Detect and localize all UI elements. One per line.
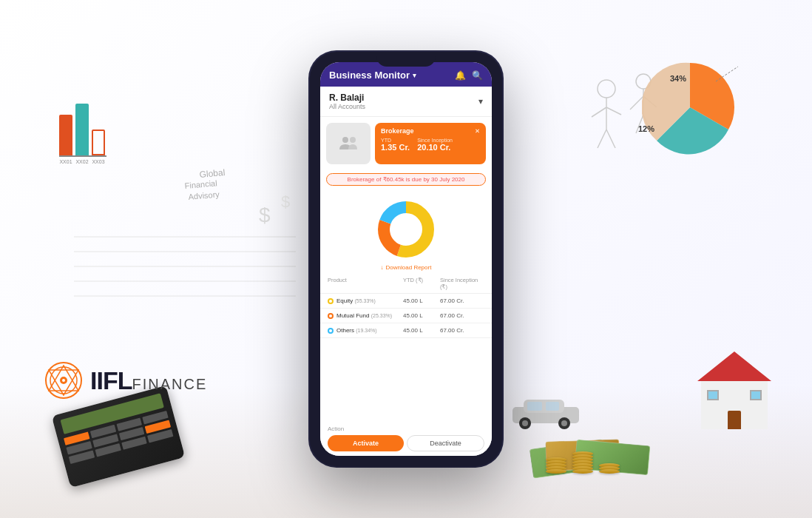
equity-ytd: 45.00 L bbox=[403, 297, 440, 304]
brokerage-card: Brokerage ✕ YTD 1.35 Cr. Since Inception… bbox=[375, 123, 486, 164]
table-header: Product YTD (₹) Since Inception (₹) bbox=[320, 274, 492, 294]
user-selector[interactable]: R. Balaji All Accounts ▾ bbox=[320, 87, 492, 117]
donut-chart-area: ↓ Download Report bbox=[320, 189, 492, 274]
user-info: R. Balaji All Accounts bbox=[329, 92, 365, 110]
svg-point-38 bbox=[342, 137, 348, 143]
brokerage-label: Brokerage bbox=[381, 127, 414, 135]
card-row: Brokerage ✕ YTD 1.35 Cr. Since Inception… bbox=[320, 117, 492, 170]
action-section: Action Activate Deactivate bbox=[320, 421, 492, 456]
phone-container: Business Monitor ▾ 🔔 🔍 R. Balaji All Acc… bbox=[310, 52, 502, 466]
iifl-logo-section: IIFL FINANCE bbox=[44, 361, 207, 400]
mf-dot bbox=[328, 313, 334, 319]
svg-point-27 bbox=[522, 420, 528, 426]
table-row: Equity (55.33%) 45.00 L 67.00 Cr. bbox=[320, 294, 492, 309]
mf-percent: (25.33%) bbox=[371, 313, 392, 318]
equity-dot bbox=[328, 298, 334, 304]
action-buttons: Activate Deactivate bbox=[328, 435, 484, 451]
others-ytd: 45.00 L bbox=[403, 327, 440, 334]
bar-xx02 bbox=[75, 104, 89, 155]
house-decoration bbox=[701, 381, 768, 459]
mf-inception: 67.00 Cr. bbox=[440, 312, 484, 319]
others-percent: (19.34%) bbox=[356, 328, 376, 333]
others-name: Others bbox=[336, 327, 354, 334]
bar-label-2: XX02 bbox=[75, 159, 89, 164]
product-mutual-fund: Mutual Fund (25.33%) bbox=[328, 312, 403, 319]
brokerage-ytd: YTD 1.35 Cr. bbox=[381, 138, 410, 152]
svg-point-43 bbox=[391, 215, 421, 244]
svg-point-37 bbox=[62, 379, 65, 382]
table-row: Others (19.34%) 45.00 L 67.00 Cr. bbox=[320, 323, 492, 338]
pie-label-34: 34% bbox=[670, 74, 686, 83]
mf-name: Mutual Fund bbox=[336, 312, 369, 319]
bar-chart-decoration: XX01 XX02 XX03 bbox=[59, 96, 106, 164]
activate-button[interactable]: Activate bbox=[328, 435, 404, 451]
phone-screen: Business Monitor ▾ 🔔 🔍 R. Balaji All Acc… bbox=[320, 62, 492, 456]
others-inception: 67.00 Cr. bbox=[440, 327, 484, 334]
notification-icon[interactable]: 🔔 bbox=[455, 70, 466, 81]
bar-label-1: XX01 bbox=[59, 159, 72, 164]
brokerage-close-icon: ✕ bbox=[475, 128, 480, 135]
iifl-brand-text: IIFL bbox=[90, 366, 132, 395]
col-inception: Since Inception (₹) bbox=[440, 277, 484, 290]
others-dot bbox=[328, 328, 334, 334]
svg-rect-31 bbox=[546, 402, 559, 411]
download-report-link[interactable]: ↓ Download Report bbox=[381, 264, 432, 271]
download-icon: ↓ bbox=[381, 264, 384, 271]
deactivate-button[interactable]: Deactivate bbox=[407, 435, 484, 451]
alert-text: Brokerage of ₹60.45k is due by 30 July 2… bbox=[326, 173, 486, 186]
people-icon bbox=[338, 133, 359, 154]
product-others: Others (19.34%) bbox=[328, 327, 403, 334]
equity-name: Equity bbox=[336, 297, 353, 304]
donut-chart bbox=[373, 196, 439, 263]
col-product: Product bbox=[328, 277, 403, 290]
coin-stacks bbox=[546, 453, 620, 474]
download-label: Download Report bbox=[386, 264, 432, 271]
product-equity: Equity (55.33%) bbox=[328, 297, 403, 304]
table-row: Mutual Fund (25.33%) 45.00 L 67.00 Cr. bbox=[320, 309, 492, 323]
bar-label-3: XX03 bbox=[92, 159, 105, 164]
svg-point-39 bbox=[350, 137, 356, 143]
app-title: Business Monitor bbox=[329, 70, 410, 81]
col-ytd: YTD (₹) bbox=[403, 277, 440, 290]
search-icon[interactable]: 🔍 bbox=[472, 70, 483, 81]
avatar-placeholder bbox=[326, 123, 371, 164]
data-table: Product YTD (₹) Since Inception (₹) Equi… bbox=[320, 274, 492, 421]
svg-rect-30 bbox=[527, 402, 542, 411]
app-title-area: Business Monitor ▾ bbox=[329, 70, 416, 81]
mf-ytd: 45.00 L bbox=[403, 312, 440, 319]
brokerage-inception: Since Inception 20.10 Cr. bbox=[417, 138, 453, 152]
svg-point-29 bbox=[561, 420, 567, 426]
user-name: R. Balaji bbox=[329, 92, 365, 103]
user-account-type: All Accounts bbox=[329, 103, 365, 110]
iifl-finance-text: FINANCE bbox=[132, 376, 207, 393]
chevron-down-icon: ▾ bbox=[413, 72, 416, 79]
car-decoration bbox=[509, 392, 583, 429]
user-dropdown-icon[interactable]: ▾ bbox=[478, 96, 483, 107]
header-icons: 🔔 🔍 bbox=[455, 70, 483, 81]
phone-notch bbox=[376, 52, 436, 67]
pie-chart-decoration: 34% 12% bbox=[642, 59, 738, 155]
pie-label-12: 12% bbox=[638, 124, 654, 133]
equity-percent: (55.33%) bbox=[354, 298, 375, 303]
bar-xx01 bbox=[59, 115, 72, 155]
bar-xx03 bbox=[92, 130, 105, 155]
alert-banner: Brokerage of ₹60.45k is due by 30 July 2… bbox=[320, 170, 492, 189]
action-label: Action bbox=[328, 426, 484, 432]
phone-device: Business Monitor ▾ 🔔 🔍 R. Balaji All Acc… bbox=[310, 52, 502, 466]
equity-inception: 67.00 Cr. bbox=[440, 297, 484, 304]
iifl-emblem bbox=[44, 361, 83, 400]
